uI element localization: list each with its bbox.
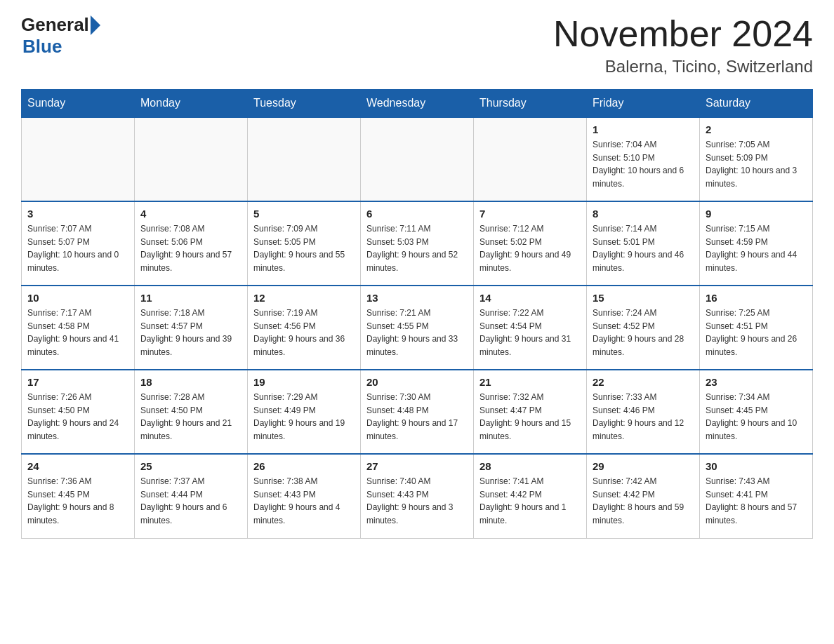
day-info-text: Sunrise: 7:29 AM Sunset: 4:49 PM Dayligh…: [253, 391, 355, 443]
day-info-text: Sunrise: 7:34 AM Sunset: 4:45 PM Dayligh…: [706, 391, 807, 443]
calendar-day-cell: 28Sunrise: 7:41 AM Sunset: 4:42 PM Dayli…: [474, 454, 587, 538]
calendar-day-cell: [135, 117, 248, 201]
day-number: 1: [593, 123, 694, 135]
calendar-day-cell: 14Sunrise: 7:22 AM Sunset: 4:54 PM Dayli…: [474, 286, 587, 370]
day-of-week-header: Friday: [587, 90, 700, 118]
calendar-day-cell: [474, 117, 587, 201]
day-info-text: Sunrise: 7:25 AM Sunset: 4:51 PM Dayligh…: [706, 307, 807, 358]
day-number: 14: [479, 292, 581, 304]
day-number: 17: [27, 376, 128, 388]
day-info-text: Sunrise: 7:09 AM Sunset: 5:05 PM Dayligh…: [253, 222, 355, 274]
calendar-day-cell: 26Sunrise: 7:38 AM Sunset: 4:43 PM Dayli…: [248, 454, 361, 538]
calendar-day-cell: 10Sunrise: 7:17 AM Sunset: 4:58 PM Dayli…: [22, 286, 135, 370]
day-number: 20: [366, 376, 468, 388]
calendar-day-cell: 7Sunrise: 7:12 AM Sunset: 5:02 PM Daylig…: [474, 201, 587, 286]
calendar-week-row: 10Sunrise: 7:17 AM Sunset: 4:58 PM Dayli…: [22, 286, 813, 370]
logo-arrow-icon: [91, 15, 100, 35]
calendar-day-cell: [22, 117, 135, 201]
day-number: 9: [706, 208, 807, 220]
calendar-day-cell: 16Sunrise: 7:25 AM Sunset: 4:51 PM Dayli…: [700, 286, 813, 370]
calendar-header: SundayMondayTuesdayWednesdayThursdayFrid…: [22, 90, 813, 118]
calendar-week-row: 17Sunrise: 7:26 AM Sunset: 4:50 PM Dayli…: [22, 370, 813, 454]
day-info-text: Sunrise: 7:33 AM Sunset: 4:46 PM Dayligh…: [593, 391, 694, 443]
calendar-body: 1Sunrise: 7:04 AM Sunset: 5:10 PM Daylig…: [22, 117, 813, 538]
day-info-text: Sunrise: 7:42 AM Sunset: 4:42 PM Dayligh…: [593, 475, 694, 527]
day-info-text: Sunrise: 7:08 AM Sunset: 5:06 PM Dayligh…: [140, 222, 241, 274]
logo-top: General: [21, 14, 102, 36]
day-info-text: Sunrise: 7:04 AM Sunset: 5:10 PM Dayligh…: [593, 138, 694, 190]
calendar-day-cell: 3Sunrise: 7:07 AM Sunset: 5:07 PM Daylig…: [22, 201, 135, 286]
calendar-week-row: 1Sunrise: 7:04 AM Sunset: 5:10 PM Daylig…: [22, 117, 813, 201]
calendar-day-cell: 12Sunrise: 7:19 AM Sunset: 4:56 PM Dayli…: [248, 286, 361, 370]
calendar-day-cell: 25Sunrise: 7:37 AM Sunset: 4:44 PM Dayli…: [135, 454, 248, 538]
day-info-text: Sunrise: 7:37 AM Sunset: 4:44 PM Dayligh…: [140, 475, 241, 527]
calendar-week-row: 3Sunrise: 7:07 AM Sunset: 5:07 PM Daylig…: [22, 201, 813, 286]
day-number: 11: [140, 292, 241, 304]
day-number: 19: [253, 376, 355, 388]
day-number: 15: [593, 292, 694, 304]
day-info-text: Sunrise: 7:17 AM Sunset: 4:58 PM Dayligh…: [27, 307, 128, 358]
day-number: 12: [253, 292, 355, 304]
day-number: 4: [140, 208, 241, 220]
calendar-day-cell: 29Sunrise: 7:42 AM Sunset: 4:42 PM Dayli…: [587, 454, 700, 538]
day-info-text: Sunrise: 7:14 AM Sunset: 5:01 PM Dayligh…: [593, 222, 694, 274]
calendar-day-cell: 21Sunrise: 7:32 AM Sunset: 4:47 PM Dayli…: [474, 370, 587, 454]
day-of-week-header: Monday: [135, 90, 248, 118]
day-info-text: Sunrise: 7:18 AM Sunset: 4:57 PM Dayligh…: [140, 307, 241, 358]
calendar-week-row: 24Sunrise: 7:36 AM Sunset: 4:45 PM Dayli…: [22, 454, 813, 538]
day-info-text: Sunrise: 7:24 AM Sunset: 4:52 PM Dayligh…: [593, 307, 694, 358]
day-info-text: Sunrise: 7:07 AM Sunset: 5:07 PM Dayligh…: [27, 222, 128, 274]
day-info-text: Sunrise: 7:12 AM Sunset: 5:02 PM Dayligh…: [479, 222, 581, 274]
day-number: 21: [479, 376, 581, 388]
day-info-text: Sunrise: 7:43 AM Sunset: 4:41 PM Dayligh…: [706, 475, 807, 527]
calendar-day-cell: 9Sunrise: 7:15 AM Sunset: 4:59 PM Daylig…: [700, 201, 813, 286]
day-of-week-header: Tuesday: [248, 90, 361, 118]
calendar-day-cell: 8Sunrise: 7:14 AM Sunset: 5:01 PM Daylig…: [587, 201, 700, 286]
calendar-day-cell: 4Sunrise: 7:08 AM Sunset: 5:06 PM Daylig…: [135, 201, 248, 286]
day-of-week-header: Wednesday: [361, 90, 474, 118]
day-number: 7: [479, 208, 581, 220]
day-number: 2: [706, 123, 807, 135]
day-info-text: Sunrise: 7:11 AM Sunset: 5:03 PM Dayligh…: [366, 222, 468, 274]
day-info-text: Sunrise: 7:15 AM Sunset: 4:59 PM Dayligh…: [706, 222, 807, 274]
day-number: 24: [27, 460, 128, 472]
calendar-day-cell: 22Sunrise: 7:33 AM Sunset: 4:46 PM Dayli…: [587, 370, 700, 454]
day-number: 30: [706, 460, 807, 472]
day-info-text: Sunrise: 7:40 AM Sunset: 4:43 PM Dayligh…: [366, 475, 468, 527]
month-year-title: November 2024: [553, 14, 813, 54]
day-number: 25: [140, 460, 241, 472]
calendar-day-cell: 13Sunrise: 7:21 AM Sunset: 4:55 PM Dayli…: [361, 286, 474, 370]
day-number: 6: [366, 208, 468, 220]
calendar-day-cell: 11Sunrise: 7:18 AM Sunset: 4:57 PM Dayli…: [135, 286, 248, 370]
calendar-day-cell: 27Sunrise: 7:40 AM Sunset: 4:43 PM Dayli…: [361, 454, 474, 538]
calendar-day-cell: 5Sunrise: 7:09 AM Sunset: 5:05 PM Daylig…: [248, 201, 361, 286]
day-of-week-header: Thursday: [474, 90, 587, 118]
location-subtitle: Balerna, Ticino, Switzerland: [553, 57, 813, 76]
day-info-text: Sunrise: 7:22 AM Sunset: 4:54 PM Dayligh…: [479, 307, 581, 358]
calendar-day-cell: [361, 117, 474, 201]
title-block: November 2024 Balerna, Ticino, Switzerla…: [553, 14, 813, 76]
calendar-day-cell: 19Sunrise: 7:29 AM Sunset: 4:49 PM Dayli…: [248, 370, 361, 454]
day-number: 13: [366, 292, 468, 304]
logo: General Blue: [21, 14, 102, 58]
calendar-day-cell: 18Sunrise: 7:28 AM Sunset: 4:50 PM Dayli…: [135, 370, 248, 454]
calendar-day-cell: 17Sunrise: 7:26 AM Sunset: 4:50 PM Dayli…: [22, 370, 135, 454]
day-number: 22: [593, 376, 694, 388]
day-info-text: Sunrise: 7:28 AM Sunset: 4:50 PM Dayligh…: [140, 391, 241, 443]
day-info-text: Sunrise: 7:38 AM Sunset: 4:43 PM Dayligh…: [253, 475, 355, 527]
day-number: 23: [706, 376, 807, 388]
day-info-text: Sunrise: 7:05 AM Sunset: 5:09 PM Dayligh…: [706, 138, 807, 190]
day-info-text: Sunrise: 7:32 AM Sunset: 4:47 PM Dayligh…: [479, 391, 581, 443]
day-info-text: Sunrise: 7:19 AM Sunset: 4:56 PM Dayligh…: [253, 307, 355, 358]
calendar-day-cell: 6Sunrise: 7:11 AM Sunset: 5:03 PM Daylig…: [361, 201, 474, 286]
day-info-text: Sunrise: 7:21 AM Sunset: 4:55 PM Dayligh…: [366, 307, 468, 358]
day-of-week-header: Sunday: [22, 90, 135, 118]
day-of-week-header: Saturday: [700, 90, 813, 118]
calendar-day-cell: 24Sunrise: 7:36 AM Sunset: 4:45 PM Dayli…: [22, 454, 135, 538]
calendar-day-cell: 1Sunrise: 7:04 AM Sunset: 5:10 PM Daylig…: [587, 117, 700, 201]
day-number: 28: [479, 460, 581, 472]
day-number: 27: [366, 460, 468, 472]
day-number: 16: [706, 292, 807, 304]
day-info-text: Sunrise: 7:36 AM Sunset: 4:45 PM Dayligh…: [27, 475, 128, 527]
header-row: SundayMondayTuesdayWednesdayThursdayFrid…: [22, 90, 813, 118]
